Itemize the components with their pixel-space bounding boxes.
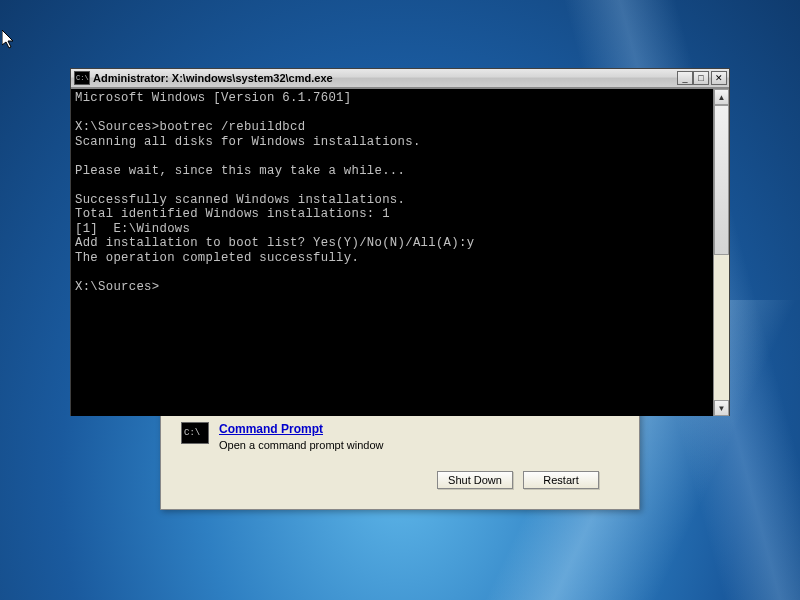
- restart-button[interactable]: Restart: [523, 471, 599, 489]
- scroll-down-button[interactable]: ▼: [714, 400, 729, 416]
- tool-text: Command Prompt Open a command prompt win…: [219, 422, 619, 451]
- scroll-up-button[interactable]: ▲: [714, 89, 729, 105]
- cmd-title-icon: C:\: [74, 71, 90, 85]
- shutdown-button[interactable]: Shut Down: [437, 471, 513, 489]
- cmd-output[interactable]: Microsoft Windows [Version 6.1.7601] X:\…: [71, 89, 729, 296]
- mouse-cursor-icon: [2, 30, 16, 50]
- command-prompt-link[interactable]: Command Prompt: [219, 422, 619, 436]
- close-button[interactable]: ✕: [711, 71, 727, 85]
- command-prompt-icon: C:\: [181, 422, 209, 444]
- cmd-titlebar[interactable]: C:\ Administrator: X:\windows\system32\c…: [71, 69, 729, 88]
- cmd-title-buttons: _ □ ✕: [677, 71, 727, 85]
- vertical-scrollbar[interactable]: ▲ ▼: [713, 89, 729, 416]
- scroll-thumb[interactable]: [714, 105, 729, 255]
- command-prompt-window: C:\ Administrator: X:\windows\system32\c…: [70, 68, 730, 416]
- cmd-window-title: Administrator: X:\windows\system32\cmd.e…: [93, 72, 333, 84]
- minimize-button[interactable]: _: [677, 71, 693, 85]
- cmd-body: Microsoft Windows [Version 6.1.7601] X:\…: [71, 88, 729, 416]
- recovery-button-row: Shut Down Restart: [181, 465, 619, 489]
- maximize-button[interactable]: □: [693, 71, 709, 85]
- cmd-title-icon-text: C:\: [76, 74, 89, 82]
- recovery-body: C:\ Command Prompt Open a command prompt…: [161, 414, 639, 497]
- icon-text: C:\: [184, 428, 200, 438]
- tool-command-prompt: C:\ Command Prompt Open a command prompt…: [181, 422, 619, 451]
- command-prompt-description: Open a command prompt window: [219, 439, 619, 451]
